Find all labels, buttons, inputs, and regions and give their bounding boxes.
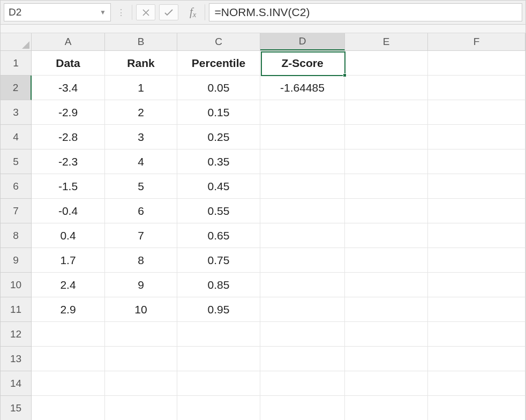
cell-C6[interactable]: 0.45: [177, 174, 260, 199]
cell-A12[interactable]: [32, 322, 105, 347]
row-header-2[interactable]: 2: [1, 76, 32, 100]
cell-C2[interactable]: 0.05: [177, 76, 260, 100]
enter-icon[interactable]: [159, 4, 178, 20]
cell-E8[interactable]: [345, 223, 428, 248]
cell-E5[interactable]: [345, 149, 428, 174]
col-header-B[interactable]: B: [105, 33, 177, 50]
cell-C11[interactable]: 0.95: [177, 297, 260, 322]
cell-B8[interactable]: 7: [105, 223, 177, 248]
col-header-E[interactable]: E: [345, 33, 428, 50]
cell-C13[interactable]: [177, 347, 260, 371]
cell-D12[interactable]: [260, 322, 345, 347]
cell-B12[interactable]: [105, 322, 177, 347]
cell-A15[interactable]: [32, 396, 105, 420]
row-header-6[interactable]: 6: [1, 174, 32, 199]
cell-F5[interactable]: [428, 149, 525, 174]
cell-F12[interactable]: [428, 322, 525, 347]
cell-A6[interactable]: -1.5: [32, 174, 105, 199]
chevron-down-icon[interactable]: ▼: [100, 9, 106, 16]
row-header-4[interactable]: 4: [1, 125, 32, 149]
cell-B11[interactable]: 10: [105, 297, 177, 322]
cell-E6[interactable]: [345, 174, 428, 199]
cell-C1[interactable]: Percentile: [177, 51, 260, 76]
cell-D15[interactable]: [260, 396, 345, 420]
cell-D7[interactable]: [260, 199, 345, 223]
cell-D1[interactable]: Z-Score: [260, 51, 345, 76]
cell-F7[interactable]: [428, 199, 525, 223]
cell-F1[interactable]: [428, 51, 525, 76]
cell-F14[interactable]: [428, 371, 525, 396]
row-header-1[interactable]: 1: [1, 51, 32, 76]
cell-A8[interactable]: 0.4: [32, 223, 105, 248]
cell-E12[interactable]: [345, 322, 428, 347]
cell-B4[interactable]: 3: [105, 125, 177, 149]
cell-B10[interactable]: 9: [105, 273, 177, 297]
cell-E15[interactable]: [345, 396, 428, 420]
row-header-7[interactable]: 7: [1, 199, 32, 223]
cell-A5[interactable]: -2.3: [32, 149, 105, 174]
cell-B14[interactable]: [105, 371, 177, 396]
row-header-11[interactable]: 11: [1, 297, 32, 322]
row-header-9[interactable]: 9: [1, 248, 32, 273]
cell-F8[interactable]: [428, 223, 525, 248]
row-header-13[interactable]: 13: [1, 347, 32, 371]
cell-B15[interactable]: [105, 396, 177, 420]
cell-A7[interactable]: -0.4: [32, 199, 105, 223]
row-header-3[interactable]: 3: [1, 100, 32, 125]
cell-C10[interactable]: 0.85: [177, 273, 260, 297]
cell-D5[interactable]: [260, 149, 345, 174]
cell-E7[interactable]: [345, 199, 428, 223]
cell-A2[interactable]: -3.4: [32, 76, 105, 100]
cell-D8[interactable]: [260, 223, 345, 248]
cell-C12[interactable]: [177, 322, 260, 347]
cell-D14[interactable]: [260, 371, 345, 396]
cell-A13[interactable]: [32, 347, 105, 371]
col-header-D[interactable]: D: [260, 33, 345, 50]
col-header-A[interactable]: A: [32, 33, 105, 50]
cell-E14[interactable]: [345, 371, 428, 396]
cell-A3[interactable]: -2.9: [32, 100, 105, 125]
row-header-15[interactable]: 15: [1, 396, 32, 420]
cell-B1[interactable]: Rank: [105, 51, 177, 76]
name-box[interactable]: D2 ▼: [4, 3, 111, 21]
cell-A10[interactable]: 2.4: [32, 273, 105, 297]
cell-B7[interactable]: 6: [105, 199, 177, 223]
cell-B6[interactable]: 5: [105, 174, 177, 199]
cell-B3[interactable]: 2: [105, 100, 177, 125]
cell-F4[interactable]: [428, 125, 525, 149]
cell-D10[interactable]: [260, 273, 345, 297]
cell-D3[interactable]: [260, 100, 345, 125]
cell-E9[interactable]: [345, 248, 428, 273]
cell-F6[interactable]: [428, 174, 525, 199]
col-header-C[interactable]: C: [177, 33, 260, 50]
cell-D6[interactable]: [260, 174, 345, 199]
cell-D4[interactable]: [260, 125, 345, 149]
cell-B9[interactable]: 8: [105, 248, 177, 273]
row-header-8[interactable]: 8: [1, 223, 32, 248]
cell-A4[interactable]: -2.8: [32, 125, 105, 149]
cell-A9[interactable]: 1.7: [32, 248, 105, 273]
row-header-12[interactable]: 12: [1, 322, 32, 347]
cell-F3[interactable]: [428, 100, 525, 125]
select-all-corner[interactable]: [1, 33, 32, 50]
row-header-14[interactable]: 14: [1, 371, 32, 396]
cell-D2[interactable]: -1.64485: [260, 76, 345, 100]
row-header-5[interactable]: 5: [1, 149, 32, 174]
cell-E4[interactable]: [345, 125, 428, 149]
cell-C4[interactable]: 0.25: [177, 125, 260, 149]
cell-F2[interactable]: [428, 76, 525, 100]
cell-F10[interactable]: [428, 273, 525, 297]
cell-D9[interactable]: [260, 248, 345, 273]
cell-C15[interactable]: [177, 396, 260, 420]
cell-C14[interactable]: [177, 371, 260, 396]
cell-E13[interactable]: [345, 347, 428, 371]
cell-E1[interactable]: [345, 51, 428, 76]
cell-F15[interactable]: [428, 396, 525, 420]
cell-D13[interactable]: [260, 347, 345, 371]
cell-F9[interactable]: [428, 248, 525, 273]
cell-E2[interactable]: [345, 76, 428, 100]
cell-E3[interactable]: [345, 100, 428, 125]
col-header-F[interactable]: F: [428, 33, 525, 50]
cell-C8[interactable]: 0.65: [177, 223, 260, 248]
cell-D11[interactable]: [260, 297, 345, 322]
